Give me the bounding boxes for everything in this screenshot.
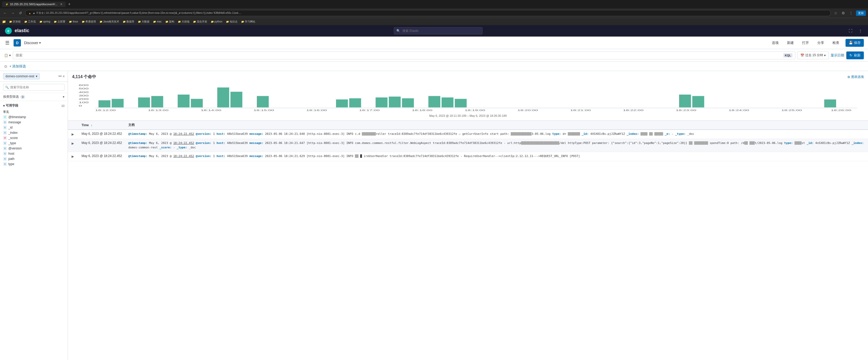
elastic-search-input[interactable] [394, 27, 483, 34]
sidebar-section: ▾ 可用字段 10 常见 t @timestamp t message [0, 101, 68, 168]
inspect-button[interactable]: 检查 [830, 39, 841, 46]
svg-rect-12 [151, 96, 163, 108]
main-layout: domes-common-rest ▾ ••• ≡ 🔍 按类型筛选 [0, 71, 868, 360]
field-item-index[interactable]: t _index [3, 130, 65, 135]
url-bar[interactable]: ▲ ▲ 不安全 | 10.255.20.231:5601/app/discove… [25, 10, 831, 16]
bookmark-hybrid[interactable]: 📁混合开发 [191, 19, 209, 24]
bookmark-blockchain[interactable]: 📁区块链 [7, 19, 22, 24]
kql-badge[interactable]: KQL [783, 53, 793, 58]
browser-bookmarks: 📁 📁区块链 📁工作流 📁spring 📁云部署 📁linux 📁希遇使用 📁J… [0, 18, 868, 25]
query-input-wrap[interactable]: KQL [13, 52, 795, 59]
header-menu-button[interactable]: ⋮ [857, 27, 864, 34]
bookmark-learning[interactable]: 📁学习网站 [240, 19, 257, 24]
bookmark-knowledge[interactable]: 📁知识点 [224, 19, 239, 24]
open-button[interactable]: 打开 [800, 39, 811, 46]
back-button[interactable]: ← [2, 10, 8, 16]
time-picker-chevron: ▾ [824, 54, 826, 57]
chart-options-button[interactable]: ⚙ 图表选项 [847, 75, 864, 79]
field-item-path[interactable]: t path [3, 156, 65, 161]
sidebar-search-input[interactable] [3, 84, 65, 91]
query-input[interactable] [16, 53, 781, 57]
row-expand-button-2[interactable]: ▶ [71, 141, 74, 146]
bookmark-spring[interactable]: 📁spring [38, 20, 52, 24]
results-area[interactable]: Time ↓ 文档 ▶ [68, 121, 868, 360]
field-type-icon-t4: t [3, 141, 7, 145]
svg-text:100: 100 [79, 101, 89, 104]
bookmark-cloud[interactable]: 📁云部署 [52, 19, 67, 24]
svg-rect-20 [376, 97, 388, 107]
field-item-host[interactable]: t host [3, 151, 65, 156]
results-table: Time ↓ 文档 ▶ [68, 121, 868, 161]
bookmark-button[interactable]: ☆ [833, 10, 838, 16]
row-expand-button[interactable]: ▶ [71, 132, 74, 137]
app-name-dropdown[interactable]: Discover ▾ [24, 41, 41, 45]
refresh-icon: ↻ [849, 53, 852, 57]
update-button[interactable]: 更新 [856, 10, 866, 16]
forward-button[interactable]: → [10, 10, 16, 16]
bookmark-arch[interactable]: 📁架构 [164, 19, 176, 24]
field-name-score: _score [8, 136, 18, 140]
index-dots-icon[interactable]: ••• [58, 74, 62, 78]
filter-count-badge: 0 [20, 95, 25, 99]
field-item-type2[interactable]: t type [3, 161, 65, 167]
options-button[interactable]: 选项 [770, 39, 781, 46]
extensions-button[interactable]: ⚙ [841, 10, 846, 16]
fullscreen-button[interactable]: ⛶ [847, 27, 854, 34]
chart-options-icon: ⚙ [847, 75, 850, 79]
svg-rect-11 [138, 97, 150, 107]
field-item-version[interactable]: t @version [3, 146, 65, 151]
col-time-header[interactable]: Time ↓ [79, 121, 125, 130]
bookmark-frontend[interactable]: 📁大前端 [176, 19, 191, 24]
field-item-message[interactable]: t message [3, 120, 65, 125]
sort-icon: ↓ [91, 123, 92, 127]
bookmark-workflow[interactable]: 📁工作流 [23, 19, 37, 24]
bookmark-hope[interactable]: 📁希遇使用 [80, 19, 97, 24]
field-item-score[interactable]: # _score [3, 135, 65, 140]
save-button[interactable]: 💾 保存 [845, 39, 864, 47]
chart-area: 4,114 个命中 ⚙ 图表选项 600 500 400 300 200 100 [68, 71, 868, 121]
new-button[interactable]: 新建 [785, 39, 796, 46]
bookmark-java[interactable]: 📁Java相关技术 [98, 19, 121, 24]
browser-tab-active[interactable]: ⚡ 10.255.20.231:5601/app/discover#/... ✕ [2, 2, 66, 7]
filter-type-expand[interactable]: ▾ [63, 95, 65, 99]
display-date-button[interactable]: 显示日期 [831, 53, 844, 58]
elastic-search[interactable]: 🔍 [394, 27, 483, 34]
new-tab-button[interactable]: + [67, 1, 72, 7]
filter-type-label: 按类型筛选 0 [3, 95, 25, 99]
field-type-icon-t: t [3, 121, 7, 124]
filter-icon[interactable]: ⊙ [4, 64, 7, 68]
bookmark-python[interactable]: 📁python [209, 20, 224, 24]
bookmark-mac[interactable]: 📁mac [152, 20, 163, 24]
share-button[interactable]: 分享 [815, 39, 826, 46]
index-chevron: ▾ [36, 74, 37, 78]
sidebar-search: 🔍 [0, 82, 68, 93]
bookmark-linux[interactable]: 📁linux [67, 20, 80, 24]
bookmark-db[interactable]: 📁数据库 [121, 19, 136, 24]
reload-button[interactable]: ↺ [18, 10, 23, 16]
chart-options-label: 图表选项 [851, 75, 864, 79]
svg-text:18:21:00: 18:21:00 [570, 109, 591, 112]
index-list-icon[interactable]: ≡ [63, 74, 65, 78]
field-item-id[interactable]: t _id [3, 125, 65, 130]
log-content-2: @timestamp: May 6, 2023 @ 18:24:22.452 @… [128, 141, 865, 150]
query-expand[interactable]: 📋 ▾ [4, 54, 11, 57]
row-expand-cell: ▶ [68, 130, 79, 139]
svg-rect-22 [402, 98, 414, 107]
col-time-label: Time [82, 123, 89, 127]
add-filter-button[interactable]: + 添加筛选 [9, 64, 26, 69]
sidebar-section-header[interactable]: ▾ 可用字段 10 [3, 102, 65, 109]
row-expand-button-3[interactable]: ▶ [71, 154, 74, 159]
menu-button[interactable]: ⋮ [848, 10, 854, 16]
bookmark-bigdata[interactable]: 📁大数据 [136, 19, 151, 24]
hamburger-button[interactable]: ☰ [4, 39, 10, 47]
refresh-button[interactable]: ↻ 刷新 [846, 52, 864, 59]
svg-text:e: e [7, 29, 9, 33]
tab-close-icon[interactable]: ✕ [60, 3, 62, 6]
field-item-timestamp[interactable]: t @timestamp [3, 114, 65, 120]
svg-text:18:22:00: 18:22:00 [623, 109, 644, 112]
app-nav-right: 选项 新建 打开 分享 检查 💾 保存 [770, 39, 864, 47]
field-item-type[interactable]: t _type [3, 140, 65, 146]
time-picker[interactable]: 📅 过去 15 分钟 ▾ [798, 51, 829, 59]
save-icon: 💾 [849, 41, 853, 45]
index-selector[interactable]: domes-common-rest ▾ [3, 73, 40, 79]
